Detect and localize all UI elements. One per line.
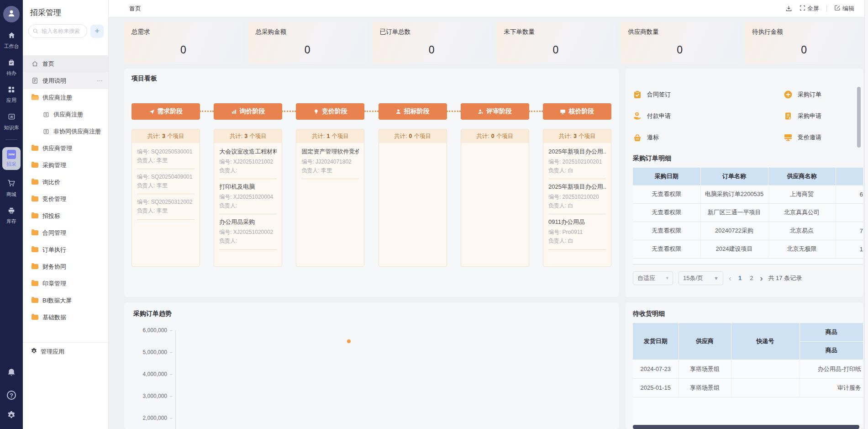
kanban-item[interactable]: 0911办公用品 编号: Pro0911 负责人: 白 [548,214,606,249]
sidebar-folder-item[interactable]: 印章管理 [23,275,108,292]
more-icon[interactable]: ⋯ [97,77,103,84]
y-axis-tick: 6,000,000 [133,330,610,352]
folder-icon [32,213,38,218]
grid-icon [8,86,15,95]
stage-header[interactable]: 需求阶段 [132,103,200,120]
order-table-title: 采购订单明细 [633,154,863,163]
order-row[interactable]: 无查看权限 2024建设项目 北京无极限 1 [633,240,863,258]
folder-icon [32,146,38,151]
order-name: 20240722采购 [700,222,768,240]
next-page-button[interactable]: › [760,274,763,282]
quick-link-payment-request[interactable]: ¥ 付款申请 [633,111,784,121]
supplier: 享搭场景组 [679,360,731,378]
quick-link-bid-invitation[interactable]: 竞价邀请 [784,133,863,142]
add-button[interactable]: + [90,25,104,38]
kanban-item[interactable]: 大会议室改造工程材料... 编号: XJ20251021002 负责人: [219,144,277,179]
quick-link-purchase-order[interactable]: 采购订单 [784,90,863,99]
sidebar-folder-item[interactable]: 供应商管理 [23,140,108,157]
breadcrumb[interactable]: 首页 [129,5,141,13]
order-row[interactable]: 无查看权限 新厂区三通一平项目 北京真真公司 [633,203,863,222]
order-date: 无查看权限 [633,185,700,203]
item-code: Pro0911 [563,229,583,235]
stage-header[interactable]: 评审阶段 [461,103,529,120]
rail-item-todo[interactable]: 待办 [6,59,16,77]
kanban-item[interactable]: 编号: SQ20250530001 负责人: 李里 [137,144,195,169]
stage-count: 共计:3个项目 [214,129,282,143]
stage-header[interactable]: 竞价阶段 [296,103,364,120]
sidebar-folder-item[interactable]: BI数据大屏 [23,292,108,309]
kanban-item[interactable]: 办公用品采购 编号: XJ20251020002 负责人: [219,214,277,249]
fullscreen-button[interactable]: 全屏 [800,5,819,13]
stage-header[interactable]: 招标阶段 [379,103,447,120]
sidebar-subitem[interactable]: 供应商注册 [23,106,108,123]
kanban-item[interactable]: 编号: SQ20250312002 负责人: 李里 [137,194,195,219]
page-size-select[interactable]: 15条/页 ▼ [679,271,723,285]
help-icon[interactable]: ? [7,391,16,400]
page-scrollbar-track[interactable] [864,0,868,429]
stage-header[interactable]: 询价阶段 [214,103,282,120]
vertical-scrollbar-thumb[interactable] [857,87,861,148]
kanban-item[interactable]: 打印机及电脑 编号: XJ20251020004 负责人: [219,179,277,214]
order-amount: 1 [836,240,863,258]
supplier-name: 上海商贸 [768,185,836,203]
stage-count: 共计:0个项目 [461,129,529,143]
avatar[interactable] [3,6,20,22]
sidebar-folder-item[interactable]: 财务协同 [23,258,108,275]
sidebar-footer-manage-apps[interactable]: 管理应用 [23,342,108,360]
sidebar-folder-item[interactable]: 采购管理 [23,157,108,174]
page-number-1[interactable]: 1 [737,275,743,281]
folder-icon [32,247,38,252]
order-trend-panel: 采购订单趋势 6,000,000 5,000,000 4,000,000 [124,302,619,429]
sidebar-folder-supplier-reg[interactable]: 供应商注册 [23,89,108,106]
order-row[interactable]: 无查看权限 电脑采购订单2200535 上海商贸 6 [633,185,863,203]
stage-card: 共计:3个项目 编号: SQ20250530001 负责人: 李里 [132,129,200,267]
sidebar-folder-item[interactable]: 基础数据 [23,309,108,326]
sidebar-folder-item[interactable]: 订单执行 [23,241,108,258]
plane-icon [149,109,155,115]
stat-card: 总采购金额 0 [248,22,367,64]
quick-link-purchase-request[interactable]: 采购申请 [784,111,863,121]
sidebar-folder-item[interactable]: 招投标 [23,207,108,224]
horizontal-scrollbar-thumb[interactable] [633,425,859,429]
kanban-item[interactable]: 2025年新项目办公用... 编号: 2025102100201 负责人: 白 [548,144,606,179]
fit-mode-select[interactable]: 自适应 ▾ [633,271,673,285]
order-row[interactable]: 无查看权限 20240722采购 北京易点 7 [633,222,863,240]
item-code: 2025102100201 [563,159,602,165]
sidebar-item-home[interactable]: 首页 [23,55,108,72]
kanban-item[interactable]: 固定资产管理软件竞价... 编号: JJ2024071802 负责人: 李里 [301,144,359,179]
receiving-row[interactable]: 2024-07-23 享搭场景组 办公用品-打印纸 [633,360,863,378]
rail-item-apps[interactable]: 应用 [6,86,16,104]
project-board-title: 项目看板 [132,74,611,83]
quick-link-invite-bid[interactable]: 邀标 [633,133,784,142]
stat-card: 供应商数量 0 [621,22,739,64]
stage-header[interactable]: 核价阶段 [543,103,611,120]
sidebar-item-guide[interactable]: 使用说明 ⋯ [23,72,108,89]
user-icon [7,9,16,20]
rail-item-mall[interactable]: 商城 [6,179,16,198]
topbar: 首页 全屏 编辑 [109,0,868,17]
gear-icon[interactable] [7,411,16,422]
rail-item-workbench[interactable]: 工作台 [4,32,19,50]
receiving-row[interactable]: 2025-01-15 享搭场景组 审计服务 [633,378,863,397]
kanban-stage: 评审阶段 共计:0个项目 [461,103,529,267]
rail-item-inventory[interactable]: 库存 [6,207,16,225]
download-button[interactable] [785,5,792,12]
kanban-stage: 竞价阶段 共计:1个项目 固定资产管理软件竞价... 编号: JJ2024071… [296,103,364,267]
sidebar-folder-item[interactable]: 合同管理 [23,224,108,241]
rail-item-knowledge[interactable]: AI 知识库 [4,113,19,131]
prev-page-button[interactable]: ‹ [729,274,731,282]
stage-row: 需求阶段 共计:3个项目 编号: SQ20250530001 负责人: [132,103,611,267]
rail-item-zhaocai-active[interactable]: SRM 招采 [2,147,21,170]
sidebar-folder-item[interactable]: 询比价 [23,174,108,191]
sidebar-subitem[interactable]: 非协同供应商注册 [23,123,108,140]
kanban-item[interactable]: 2025年新项目办公用... 编号: 202510210020 负责人: 白 [548,179,606,214]
sidebar-folder-item[interactable]: 竞价管理 [23,191,108,207]
page-number-2[interactable]: 2 [748,275,754,281]
bell-icon[interactable] [6,368,16,380]
order-amount: 6 [836,185,863,203]
chevron-down-icon: ▾ [666,275,668,281]
receiving-table: 发货日期 供应商 快递号 商品 商品 2024-07-23 [633,323,863,397]
kanban-item[interactable]: 编号: SQ20250409001 负责人: 李里 [137,169,195,194]
edit-button[interactable]: 编辑 [834,5,854,13]
quick-link-contract-sign[interactable]: 合同签订 [633,90,784,99]
